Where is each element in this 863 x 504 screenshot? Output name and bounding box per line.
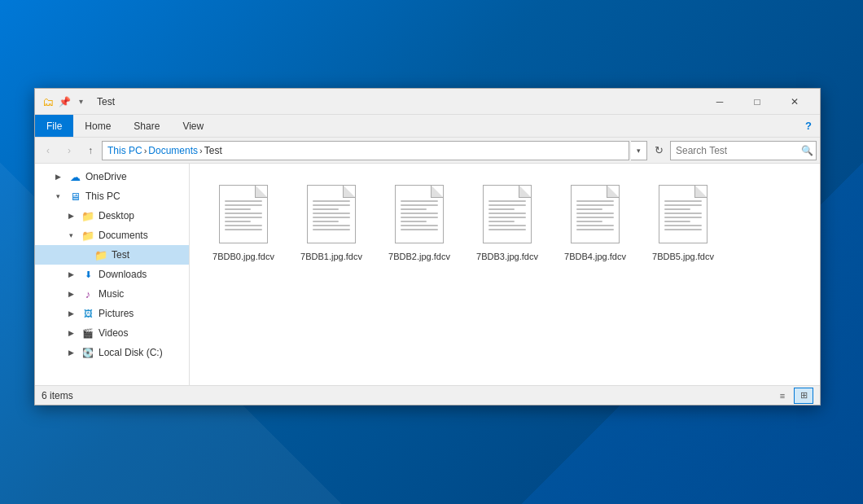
minimize-button[interactable]: ─ — [701, 89, 738, 115]
folder-documents-icon: 📁 — [81, 228, 95, 243]
doc-line — [576, 225, 614, 226]
toggle-desktop: ▶ — [64, 209, 77, 222]
sidebar-item-test[interactable]: 📁 Test — [35, 245, 189, 265]
file-icon-3 — [478, 182, 537, 247]
close-button[interactable]: ✕ — [776, 89, 813, 115]
window-controls: ─ □ ✕ — [701, 89, 813, 115]
maximize-button[interactable]: □ — [738, 89, 776, 115]
sidebar-item-videos[interactable]: ▶ 🎬 Videos — [35, 323, 189, 343]
doc-line — [225, 225, 262, 226]
sidebar-label-videos: Videos — [99, 327, 128, 339]
doc-line — [488, 217, 526, 218]
back-button[interactable]: ‹ — [38, 141, 58, 160]
file-item[interactable]: 7BDB1.jpg.fdcv — [291, 177, 372, 266]
breadcrumb-sep-1: › — [144, 146, 147, 156]
large-icons-view-button[interactable]: ⊞ — [794, 388, 813, 404]
doc-line — [664, 229, 702, 230]
file-item[interactable]: 7BDB0.jpg.fdcv — [203, 177, 284, 266]
breadcrumb-sep-2: › — [199, 146, 203, 156]
file-item[interactable]: 7BDB4.jpg.fdcv — [554, 177, 636, 266]
toggle-onedrive: ▶ — [51, 170, 64, 183]
file-name-2: 7BDB2.jpg.fdcv — [388, 252, 450, 261]
help-button[interactable]: ? — [797, 115, 820, 138]
doc-line — [576, 217, 614, 218]
details-view-button[interactable]: ≡ — [773, 388, 792, 404]
sidebar-item-downloads[interactable]: ▶ ⬇ Downloads — [35, 265, 189, 284]
doc-line — [313, 221, 339, 222]
doc-line — [401, 229, 438, 230]
doc-lines-3 — [488, 200, 526, 230]
up-button[interactable]: ↑ — [81, 141, 100, 160]
toggle-pictures: ▶ — [64, 307, 77, 320]
drive-icon: 💽 — [81, 345, 95, 360]
breadcrumb-documents[interactable]: Documents — [148, 145, 198, 156]
doc-lines-0 — [225, 200, 262, 230]
file-area: 7BDB0.jpg.fdcv — [190, 164, 820, 385]
title-bar: 🗂 📌 ▾ Test ─ □ ✕ — [35, 89, 820, 115]
downloads-icon: ⬇ — [81, 267, 95, 282]
search-icon[interactable]: 🔍 — [801, 145, 813, 156]
sidebar-item-desktop[interactable]: ▶ 📁 Desktop — [35, 206, 189, 226]
doc-line — [225, 208, 251, 210]
pin-icon: 📌 — [58, 95, 71, 108]
doc-line — [225, 213, 262, 214]
doc-icon-2 — [395, 185, 444, 243]
search-box[interactable]: 🔍 — [670, 141, 817, 160]
sidebar-item-documents[interactable]: ▾ 📁 Documents — [35, 226, 189, 245]
toggle-local-disk: ▶ — [64, 346, 77, 359]
doc-icon-5 — [659, 185, 707, 243]
file-icon-0 — [214, 182, 273, 247]
sidebar-item-pictures[interactable]: ▶ 🖼 Pictures — [35, 304, 189, 323]
file-item[interactable]: 7BDB3.jpg.fdcv — [467, 177, 548, 266]
doc-line — [401, 221, 427, 222]
doc-line — [488, 225, 526, 226]
address-dropdown[interactable]: ▾ — [631, 141, 647, 160]
chevron-icon: ▾ — [74, 95, 87, 108]
doc-line — [401, 217, 438, 218]
folder-desktop-icon: 📁 — [81, 208, 95, 223]
sidebar-item-local-disk[interactable]: ▶ 💽 Local Disk (C:) — [35, 343, 189, 362]
forward-button[interactable]: › — [59, 141, 79, 160]
status-bar: 6 items ≡ ⊞ — [35, 385, 820, 405]
sidebar-label-downloads: Downloads — [99, 269, 147, 280]
doc-line — [664, 208, 690, 210]
cloud-icon: ☁ — [68, 169, 82, 184]
doc-line — [313, 225, 350, 226]
breadcrumb: This PC › Documents › Test — [107, 145, 222, 156]
tab-share[interactable]: Share — [122, 115, 171, 137]
tab-view[interactable]: View — [171, 115, 215, 137]
sidebar-label-test: Test — [112, 249, 129, 261]
sidebar-label-documents: Documents — [99, 230, 148, 241]
main-area: ▶ ☁ OneDrive ▾ 🖥 This PC ▶ 📁 Desktop ▾ 📁… — [35, 164, 820, 385]
doc-line — [225, 221, 251, 222]
doc-line — [488, 200, 526, 202]
doc-line — [313, 200, 350, 202]
toggle-music: ▶ — [64, 287, 77, 300]
search-input[interactable] — [676, 145, 798, 156]
sidebar-item-this-pc[interactable]: ▾ 🖥 This PC — [35, 186, 189, 206]
sidebar-item-music[interactable]: ▶ ♪ Music — [35, 284, 189, 304]
file-item[interactable]: 7BDB2.jpg.fdcv — [379, 177, 460, 266]
refresh-button[interactable]: ↻ — [649, 141, 668, 160]
file-item[interactable]: 7BDB5.jpg.fdcv — [642, 177, 724, 266]
address-path[interactable]: This PC › Documents › Test — [102, 141, 629, 160]
sidebar-item-onedrive[interactable]: ▶ ☁ OneDrive — [35, 167, 189, 186]
file-icon-5 — [654, 182, 712, 247]
computer-icon: 🖥 — [68, 189, 82, 204]
videos-icon: 🎬 — [81, 326, 95, 340]
doc-line — [401, 213, 438, 214]
toggle-videos: ▶ — [64, 327, 77, 340]
doc-line — [313, 204, 350, 206]
sidebar-label-local-disk: Local Disk (C:) — [99, 347, 163, 358]
sidebar: ▶ ☁ OneDrive ▾ 🖥 This PC ▶ 📁 Desktop ▾ 📁… — [35, 164, 190, 385]
tab-file[interactable]: File — [35, 115, 73, 137]
folder-icon: 🗂 — [42, 95, 55, 108]
view-buttons: ≡ ⊞ — [773, 388, 813, 404]
sidebar-label-onedrive: OneDrive — [85, 171, 127, 182]
explorer-window: 🗂 📌 ▾ Test ─ □ ✕ File Home Share View ? … — [34, 88, 821, 405]
breadcrumb-this-pc[interactable]: This PC — [107, 145, 142, 156]
doc-line — [576, 221, 602, 222]
toggle-test — [77, 248, 90, 261]
file-icon-1 — [302, 182, 361, 247]
tab-home[interactable]: Home — [73, 115, 122, 137]
